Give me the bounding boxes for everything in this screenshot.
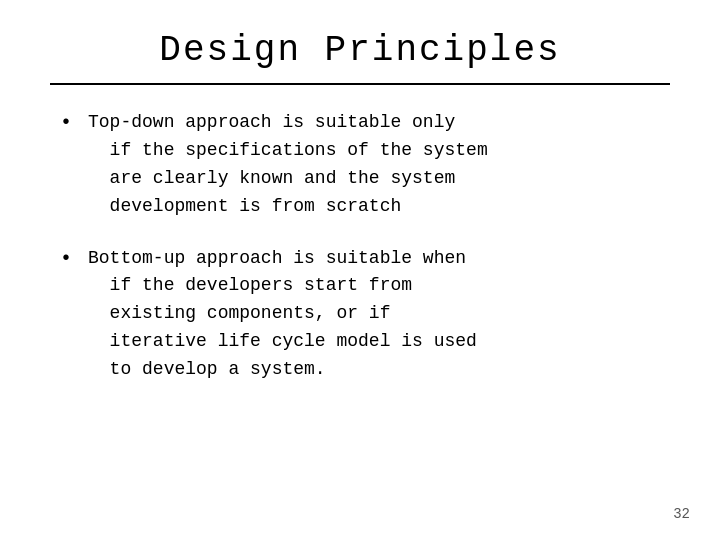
bullet-item-1: • Top-down approach is suitable only if … [60,109,660,221]
title-area: Design Principles [50,30,670,71]
page-number: 32 [673,506,690,522]
bullet-text-1: Top-down approach is suitable only if th… [88,109,488,221]
slide: Design Principles • Top-down approach is… [0,0,720,540]
title-divider [50,83,670,85]
slide-title: Design Principles [50,30,670,71]
content-area: • Top-down approach is suitable only if … [50,109,670,384]
bullet-dot-1: • [60,111,72,134]
bullet-item-2: • Bottom-up approach is suitable when if… [60,245,660,384]
bullet-text-2: Bottom-up approach is suitable when if t… [88,245,477,384]
bullet-dot-2: • [60,247,72,270]
